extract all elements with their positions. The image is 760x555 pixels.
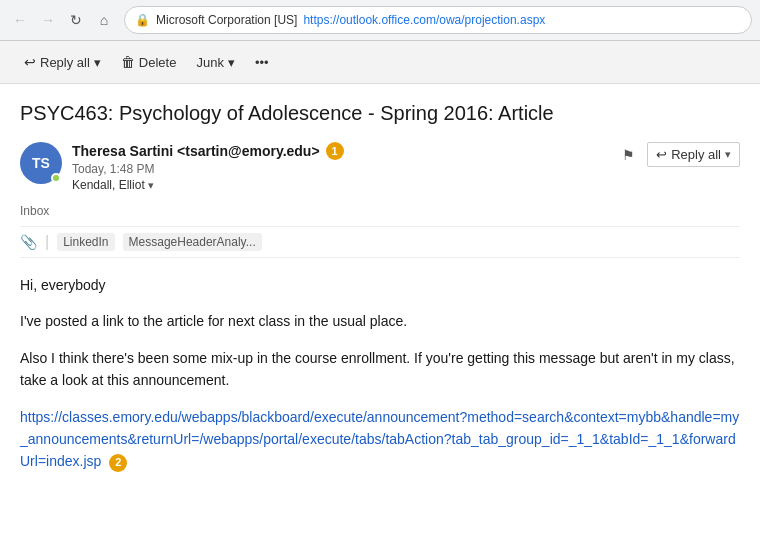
body-greeting: Hi, everybody — [20, 274, 740, 296]
back-icon: ← — [13, 12, 27, 28]
badge-2: 2 — [109, 454, 127, 472]
reply-all-btn-icon: ↩ — [656, 147, 667, 162]
attachments-row: 📎 | LinkedIn MessageHeaderAnaly... — [20, 226, 740, 258]
delete-button[interactable]: 🗑 Delete — [113, 49, 185, 75]
refresh-icon: ↻ — [70, 12, 82, 28]
junk-label: Junk — [196, 55, 223, 70]
nav-buttons: ← → ↻ ⌂ — [8, 8, 116, 32]
junk-chevron: ▾ — [228, 55, 235, 70]
body-paragraph-1: I've posted a link to the article for ne… — [20, 310, 740, 332]
email-subject: PSYC463: Psychology of Adolescence - Spr… — [20, 100, 740, 126]
to-name: Kendall, Elliot — [72, 178, 145, 192]
avatar-status — [51, 173, 61, 183]
browser-chrome: ← → ↻ ⌂ 🔒 Microsoft Corporation [US] htt… — [0, 0, 760, 41]
reply-all-toolbar-label: Reply all — [40, 55, 90, 70]
attachment-divider: | — [45, 233, 49, 251]
body-link-row: https://classes.emory.edu/webapps/blackb… — [20, 406, 740, 473]
more-icon: ••• — [255, 55, 269, 70]
secure-icon: 🔒 — [135, 13, 150, 27]
attachment-messageheader[interactable]: MessageHeaderAnaly... — [123, 233, 262, 251]
announcement-link[interactable]: https://classes.emory.edu/webapps/blackb… — [20, 409, 739, 470]
home-icon: ⌂ — [100, 12, 108, 28]
sender-name: Theresa Sartini <tsartin@emory.edu> — [72, 143, 320, 159]
reply-all-btn-label: Reply all — [671, 147, 721, 162]
sender-left: TS Theresa Sartini <tsartin@emory.edu> 1… — [20, 142, 344, 192]
browser-nav: ← → ↻ ⌂ 🔒 Microsoft Corporation [US] htt… — [0, 0, 760, 40]
body-paragraph-2: Also I think there's been some mix-up in… — [20, 347, 740, 392]
to-chevron-icon[interactable]: ▾ — [148, 179, 154, 192]
sender-info: Theresa Sartini <tsartin@emory.edu> 1 To… — [72, 142, 344, 192]
address-bar[interactable]: 🔒 Microsoft Corporation [US] https://out… — [124, 6, 752, 34]
sender-row: TS Theresa Sartini <tsartin@emory.edu> 1… — [20, 142, 740, 192]
flag-icon: ⚑ — [622, 147, 635, 163]
sender-to-row: Kendall, Elliot ▾ — [72, 178, 344, 192]
forward-button[interactable]: → — [36, 8, 60, 32]
avatar: TS — [20, 142, 62, 184]
attachment-linkedin[interactable]: LinkedIn — [57, 233, 114, 251]
reply-all-toolbar-chevron: ▾ — [94, 55, 101, 70]
badge-1: 1 — [326, 142, 344, 160]
url-display: https://outlook.office.com/owa/projectio… — [303, 13, 545, 27]
reply-all-icon: ↩ — [24, 54, 36, 70]
attachment-paperclip-icon: 📎 — [20, 234, 37, 250]
email-area: PSYC463: Psychology of Adolescence - Spr… — [0, 84, 760, 503]
delete-label: Delete — [139, 55, 177, 70]
outlook-toolbar: ↩ Reply all ▾ 🗑 Delete Junk ▾ ••• — [0, 41, 760, 84]
back-button[interactable]: ← — [8, 8, 32, 32]
sender-name-row: Theresa Sartini <tsartin@emory.edu> 1 — [72, 142, 344, 160]
flag-button[interactable]: ⚑ — [616, 143, 641, 167]
reply-all-toolbar-button[interactable]: ↩ Reply all ▾ — [16, 49, 109, 75]
reply-all-btn-chevron: ▾ — [725, 148, 731, 161]
sender-actions: ⚑ ↩ Reply all ▾ — [616, 142, 740, 167]
delete-icon: 🗑 — [121, 54, 135, 70]
more-button[interactable]: ••• — [247, 50, 277, 75]
home-button[interactable]: ⌂ — [92, 8, 116, 32]
org-name: Microsoft Corporation [US] — [156, 13, 297, 27]
reply-all-button[interactable]: ↩ Reply all ▾ — [647, 142, 740, 167]
refresh-button[interactable]: ↻ — [64, 8, 88, 32]
forward-icon: → — [41, 12, 55, 28]
inbox-label: Inbox — [20, 204, 740, 218]
junk-button[interactable]: Junk ▾ — [188, 50, 242, 75]
sender-timestamp: Today, 1:48 PM — [72, 162, 344, 176]
email-body: Hi, everybody I've posted a link to the … — [20, 274, 740, 473]
avatar-initials: TS — [32, 155, 50, 171]
